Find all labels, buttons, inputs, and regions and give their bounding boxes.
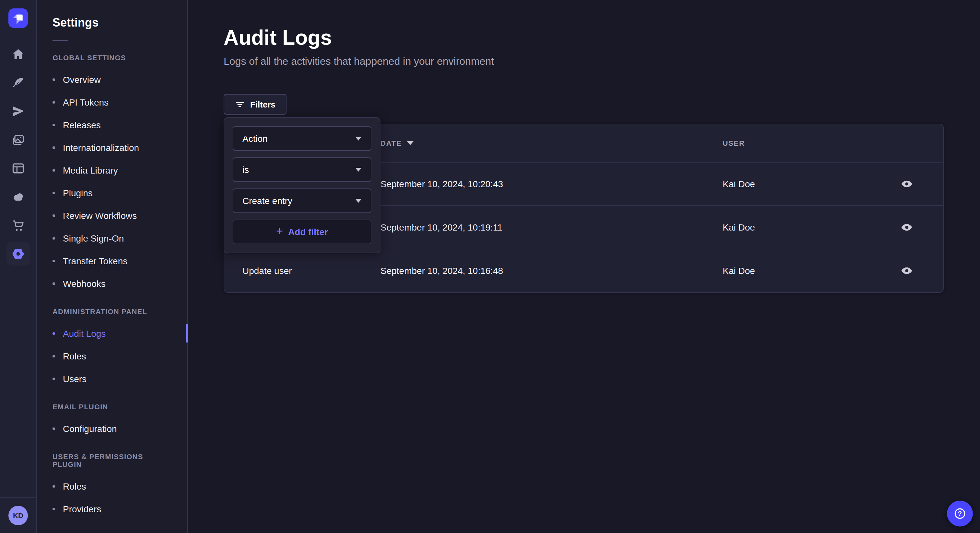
settings-sidebar: Settings GLOBAL SETTINGS Overview API To… (37, 0, 188, 533)
section-list-users-permissions-plugin: Roles Providers (37, 475, 187, 520)
cell-row-actions (896, 174, 943, 194)
date-header-label: DATE (380, 139, 401, 147)
rail-logo-area (0, 0, 36, 36)
cell-date: September 10, 2024, 10:16:48 (380, 265, 723, 276)
sidebar-item-media-library[interactable]: Media Library (37, 159, 187, 181)
cell-date: September 10, 2024, 10:19:11 (380, 222, 723, 233)
home-button[interactable] (6, 43, 30, 66)
bullet-icon (52, 332, 55, 335)
strapi-logo[interactable] (8, 8, 28, 27)
eye-icon (900, 264, 913, 277)
bullet-icon (52, 101, 55, 103)
bullet-icon (52, 78, 55, 81)
column-header-user: USER (723, 139, 896, 147)
section-label-global-settings: GLOBAL SETTINGS (52, 54, 172, 62)
bullet-icon (52, 427, 55, 430)
sidebar-item-single-sign-on[interactable]: Single Sign-On (37, 227, 187, 249)
view-details-button[interactable] (896, 260, 917, 281)
sidebar-item-up-roles[interactable]: Roles (37, 475, 187, 497)
chevron-down-icon (355, 168, 362, 171)
bullet-icon (52, 377, 55, 380)
sidebar-item-audit-logs[interactable]: Audit Logs (37, 322, 187, 344)
filter-value-select[interactable]: Create entry (233, 189, 371, 213)
view-details-button[interactable] (896, 217, 917, 238)
section-label-email-plugin: EMAIL PLUGIN (52, 403, 172, 411)
page-title: Audit Logs (224, 26, 944, 49)
content-manager-button[interactable] (6, 157, 30, 180)
sidebar-item-review-workflows[interactable]: Review Workflows (37, 204, 187, 227)
layout-icon (11, 161, 25, 176)
cell-action: Update user (242, 265, 380, 276)
main-nav-rail: KD (0, 0, 37, 533)
sidebar-title: Settings (52, 14, 187, 31)
sidebar-item-overview[interactable]: Overview (37, 68, 187, 90)
content-builder-button[interactable] (6, 71, 30, 95)
section-label-administration-panel: ADMINISTRATION PANEL (52, 308, 172, 316)
add-filter-label: Add filter (288, 227, 328, 237)
cloud-icon (11, 190, 25, 204)
gear-icon (11, 247, 25, 261)
sidebar-item-internationalization[interactable]: Internationalization (37, 136, 187, 159)
bullet-icon (52, 508, 55, 510)
bullet-icon (52, 282, 55, 285)
bullet-icon (52, 169, 55, 171)
sidebar-item-transfer-tokens[interactable]: Transfer Tokens (37, 249, 187, 272)
filter-attribute-value: Action (242, 133, 268, 144)
sort-desc-icon (407, 141, 413, 145)
section-list-global-settings: Overview API Tokens Releases Internation… (37, 68, 187, 295)
settings-button[interactable] (6, 242, 30, 265)
sidebar-item-plugins[interactable]: Plugins (37, 181, 187, 204)
bullet-icon (52, 355, 55, 357)
filter-operator-select[interactable]: is (233, 157, 371, 182)
help-button[interactable]: ? (947, 501, 973, 527)
column-header-date[interactable]: DATE (380, 139, 723, 147)
question-mark-icon: ? (953, 506, 967, 521)
filter-value-value: Create entry (242, 195, 292, 206)
filter-operator-value: is (242, 165, 249, 175)
chevron-down-icon (355, 199, 362, 203)
chevron-down-icon (355, 136, 362, 141)
sidebar-item-releases[interactable]: Releases (37, 113, 187, 136)
home-icon (11, 47, 25, 62)
cell-user: Kai Doe (723, 265, 896, 276)
user-avatar[interactable]: KD (8, 506, 28, 525)
sidebar-divider (52, 40, 68, 41)
add-filter-button[interactable]: + Add filter (233, 219, 371, 244)
eye-icon (900, 178, 913, 190)
sidebar-item-webhooks[interactable]: Webhooks (37, 272, 187, 295)
deploy-button[interactable] (6, 100, 30, 123)
strapi-logo-icon (8, 8, 28, 27)
bullet-icon (52, 124, 55, 126)
main-content: Audit Logs Logs of all the activities th… (188, 0, 980, 533)
view-details-button[interactable] (896, 174, 917, 194)
cell-date: September 10, 2024, 10:20:43 (380, 179, 723, 189)
eye-icon (900, 221, 913, 234)
sidebar-item-email-configuration[interactable]: Configuration (37, 417, 187, 440)
cart-icon (11, 218, 25, 233)
sidebar-item-up-providers[interactable]: Providers (37, 497, 187, 520)
filter-attribute-select[interactable]: Action (233, 126, 371, 151)
cloud-button[interactable] (6, 185, 30, 209)
table-row: Update user September 10, 2024, 10:16:48… (224, 249, 943, 292)
bullet-icon (52, 214, 55, 217)
page-subtitle: Logs of all the activities that happened… (224, 54, 944, 69)
sidebar-item-admin-users[interactable]: Users (37, 367, 187, 390)
plus-icon: + (276, 225, 283, 237)
section-list-administration-panel: Audit Logs Roles Users (37, 322, 187, 390)
filters-button[interactable]: Filters (224, 94, 286, 115)
cell-user: Kai Doe (723, 222, 896, 233)
svg-text:?: ? (958, 510, 962, 517)
filter-icon (235, 99, 245, 109)
filters-row: Filters Action is Create entry + Add fi (224, 94, 944, 115)
media-library-button[interactable] (6, 128, 30, 152)
filter-popover: Action is Create entry + Add filter (224, 117, 380, 253)
rail-footer: KD (0, 497, 36, 533)
sidebar-item-admin-roles[interactable]: Roles (37, 344, 187, 367)
cell-row-actions (896, 260, 943, 281)
marketplace-button[interactable] (6, 214, 30, 237)
bullet-icon (52, 146, 55, 149)
bullet-icon (52, 191, 55, 194)
bullet-icon (52, 237, 55, 239)
sidebar-item-api-tokens[interactable]: API Tokens (37, 90, 187, 113)
rail-nav (6, 36, 30, 265)
